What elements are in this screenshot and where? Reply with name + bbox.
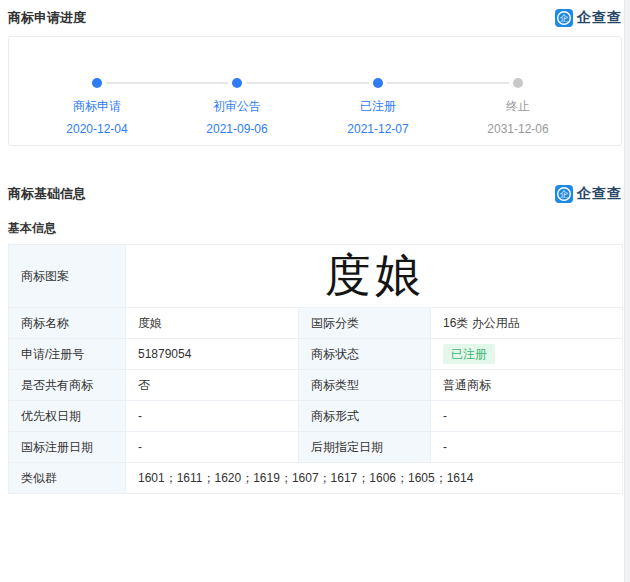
table-row: 国标注册日期 - 后期指定日期 - bbox=[9, 432, 623, 463]
timeline-step-label: 终止 bbox=[453, 98, 583, 115]
field-label: 商标图案 bbox=[9, 245, 126, 308]
timeline-step-label: 已注册 bbox=[313, 98, 443, 115]
table-row: 是否共有商标 否 商标类型 普通商标 bbox=[9, 370, 623, 401]
timeline-step-label: 商标申请 bbox=[32, 98, 162, 115]
table-row: 优先权日期 - 商标形式 - bbox=[9, 401, 623, 432]
table-row: 申请/注册号 51879054 商标状态 已注册 bbox=[9, 339, 623, 370]
qichacha-logo-text: 企查查 bbox=[577, 185, 622, 203]
svg-text:企: 企 bbox=[560, 13, 569, 23]
field-value: 否 bbox=[126, 370, 299, 401]
basic-info-section-title: 商标基础信息 bbox=[8, 185, 86, 203]
timeline-dot bbox=[373, 78, 383, 88]
basic-info-subtitle: 基本信息 bbox=[8, 220, 622, 236]
field-label: 商标形式 bbox=[299, 401, 431, 432]
field-value: 度娘 bbox=[126, 308, 299, 339]
field-value: 普通商标 bbox=[431, 370, 623, 401]
field-label: 国际分类 bbox=[299, 308, 431, 339]
field-label: 国标注册日期 bbox=[9, 432, 126, 463]
field-value: - bbox=[126, 432, 299, 463]
qichacha-logo-text: 企查查 bbox=[577, 9, 622, 27]
trademark-image: 度娘 bbox=[325, 248, 425, 302]
field-label: 申请/注册号 bbox=[9, 339, 126, 370]
field-value: - bbox=[431, 401, 623, 432]
field-label: 优先权日期 bbox=[9, 401, 126, 432]
field-label: 类似群 bbox=[9, 463, 126, 494]
field-value: 已注册 bbox=[431, 339, 623, 370]
field-label: 商标名称 bbox=[9, 308, 126, 339]
timeline-step-label: 初审公告 bbox=[172, 98, 302, 115]
timeline-dot bbox=[513, 78, 523, 88]
field-label: 是否共有商标 bbox=[9, 370, 126, 401]
table-row: 商标名称 度娘 国际分类 16类 办公用品 bbox=[9, 308, 623, 339]
trademark-info-table: 商标图案 度娘 商标名称 度娘 国际分类 16类 办公用品 申请/注册号 518… bbox=[8, 244, 623, 494]
trademark-image-cell: 度娘 bbox=[126, 245, 623, 308]
status-badge: 已注册 bbox=[443, 344, 495, 364]
vertical-scrollbar[interactable] bbox=[624, 0, 630, 582]
field-label: 后期指定日期 bbox=[299, 432, 431, 463]
field-value: - bbox=[126, 401, 299, 432]
timeline-step-registered: 已注册 2021-12-07 bbox=[313, 78, 443, 136]
timeline-step-date: 2021-09-06 bbox=[172, 122, 302, 136]
qichacha-logo-icon: 企 bbox=[555, 9, 573, 27]
timeline-step-date: 2021-12-07 bbox=[313, 122, 443, 136]
field-value: 51879054 bbox=[126, 339, 299, 370]
field-label: 商标状态 bbox=[299, 339, 431, 370]
timeline-dot bbox=[232, 78, 242, 88]
field-value: 1601；1611；1620；1619；1607；1617；1606；1605；… bbox=[126, 463, 623, 494]
progress-section-title: 商标申请进度 bbox=[8, 9, 86, 27]
trademark-page: 商标申请进度 企 企查查 商标申请 2020-12-04 初审公告 2021-0… bbox=[0, 0, 630, 582]
field-value: - bbox=[431, 432, 623, 463]
timeline-step-date: 2031-12-06 bbox=[453, 122, 583, 136]
basic-info-section-header: 商标基础信息 企 企查查 bbox=[8, 182, 622, 206]
qichacha-logo-icon: 企 bbox=[555, 185, 573, 203]
timeline-step-termination: 终止 2031-12-06 bbox=[453, 78, 583, 136]
timeline-step-preliminary: 初审公告 2021-09-06 bbox=[172, 78, 302, 136]
timeline-step-apply: 商标申请 2020-12-04 bbox=[32, 78, 162, 136]
qichacha-logo: 企 企查查 bbox=[555, 9, 622, 27]
progress-timeline-box: 商标申请 2020-12-04 初审公告 2021-09-06 已注册 2021… bbox=[8, 36, 622, 146]
timeline-step-date: 2020-12-04 bbox=[32, 122, 162, 136]
table-row: 类似群 1601；1611；1620；1619；1607；1617；1606；1… bbox=[9, 463, 623, 494]
timeline-dot bbox=[92, 78, 102, 88]
svg-text:企: 企 bbox=[560, 189, 569, 199]
table-row: 商标图案 度娘 bbox=[9, 245, 623, 308]
field-value: 16类 办公用品 bbox=[431, 308, 623, 339]
field-label: 商标类型 bbox=[299, 370, 431, 401]
progress-section-header: 商标申请进度 企 企查查 bbox=[8, 6, 622, 30]
qichacha-logo: 企 企查查 bbox=[555, 185, 622, 203]
